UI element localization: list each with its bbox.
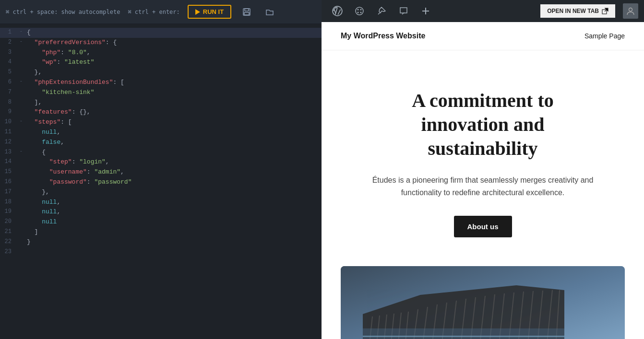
- line-number: 3: [0, 48, 17, 57]
- avatar[interactable]: [623, 3, 638, 19]
- code-line: 4 "wp": "latest": [0, 58, 322, 68]
- comment-button[interactable]: [394, 2, 414, 20]
- line-content: null,: [25, 207, 322, 217]
- pin-button[interactable]: [371, 2, 392, 20]
- code-line: 16 "password": "password": [0, 177, 322, 187]
- code-line: 8 ],: [0, 98, 322, 108]
- building-image: [341, 266, 625, 339]
- line-content: null: [25, 217, 322, 227]
- code-line: 9 "features": {},: [0, 107, 322, 117]
- line-number: 11: [0, 128, 17, 137]
- code-line: 17 },: [0, 187, 322, 198]
- code-line: 2- "preferredVersions": {: [0, 38, 322, 48]
- line-number: 12: [0, 138, 17, 147]
- editor-toolbar: ⌘ ctrl + space: show autocomplete ⌘ ctrl…: [0, 0, 322, 24]
- preview-panel: OPEN IN NEW TAB My WordPress Website Sam…: [322, 0, 644, 339]
- editor-panel: ⌘ ctrl + space: show autocomplete ⌘ ctrl…: [0, 0, 322, 339]
- run-hint: ⌘ ctrl + enter:: [128, 9, 179, 15]
- line-number: 14: [0, 157, 17, 166]
- svg-point-7: [358, 12, 359, 13]
- line-content: ],: [25, 98, 322, 108]
- open-new-tab-label: OPEN IN NEW TAB: [547, 8, 599, 14]
- line-content: null,: [25, 198, 322, 208]
- svg-point-8: [360, 12, 362, 13]
- line-number: 21: [0, 227, 17, 236]
- line-toggle[interactable]: -: [17, 78, 25, 85]
- line-content: null,: [25, 128, 322, 138]
- folder-icon: [265, 7, 274, 17]
- line-number: 7: [0, 88, 17, 97]
- code-line: 20 null: [0, 217, 322, 227]
- wp-preview-content: My WordPress Website Sample Page A commi…: [322, 22, 644, 339]
- line-number: 1: [0, 28, 17, 37]
- line-toggle[interactable]: -: [17, 148, 25, 155]
- line-number: 22: [0, 237, 17, 246]
- line-toggle[interactable]: -: [17, 28, 25, 35]
- svg-rect-1: [245, 9, 249, 11]
- line-number: 6: [0, 78, 17, 87]
- code-line: 15 "username": "admin",: [0, 167, 322, 177]
- line-content: {: [25, 148, 322, 158]
- add-icon: [420, 6, 431, 16]
- line-number: 23: [0, 247, 17, 257]
- line-content: "steps": [: [25, 117, 322, 128]
- palette-icon: [354, 6, 365, 16]
- line-content: "step": "login",: [25, 157, 322, 167]
- line-toggle[interactable]: -: [17, 117, 25, 125]
- line-number: 15: [0, 167, 17, 176]
- code-line: 22}: [0, 237, 322, 247]
- play-icon: [195, 9, 200, 15]
- wp-toolbar: OPEN IN NEW TAB: [322, 0, 644, 22]
- code-line: 19 null,: [0, 207, 322, 217]
- line-content: }: [25, 237, 322, 247]
- wp-logo-button[interactable]: [327, 2, 347, 20]
- line-number: 13: [0, 148, 17, 157]
- line-content: },: [25, 68, 322, 78]
- code-line: 13- {: [0, 148, 322, 158]
- building-svg: [341, 266, 625, 339]
- autocomplete-hint: ⌘ ctrl + space: show autocomplete: [6, 9, 120, 15]
- code-line: 3 "php": "8.0",: [0, 48, 322, 58]
- comment-icon: [398, 6, 409, 16]
- folder-button[interactable]: [262, 4, 277, 20]
- line-content: "preferredVersions": {: [25, 38, 322, 48]
- hero-title: A commitment to innovation and sustainab…: [370, 89, 596, 161]
- run-label: RUN IT: [203, 8, 224, 15]
- about-us-button[interactable]: About us: [454, 216, 512, 237]
- code-line: 14 "step": "login",: [0, 157, 322, 167]
- code-area[interactable]: 1-{2- "preferredVersions": {3 "php": "8.…: [0, 24, 322, 339]
- hero-subtitle: Études is a pioneering firm that seamles…: [370, 174, 596, 199]
- line-number: 8: [0, 98, 17, 107]
- line-content: "wp": "latest": [25, 58, 322, 68]
- line-content: },: [25, 187, 322, 198]
- line-content: "username": "admin",: [25, 167, 322, 177]
- line-content: ]: [25, 227, 322, 237]
- add-button[interactable]: [416, 2, 436, 20]
- save-button[interactable]: [239, 4, 254, 20]
- save-icon: [242, 7, 251, 17]
- site-nav: Sample Page: [584, 32, 625, 40]
- code-line: 21 ]: [0, 227, 322, 237]
- line-number: 16: [0, 177, 17, 187]
- nav-link-sample-page[interactable]: Sample Page: [584, 32, 625, 40]
- hero-section: A commitment to innovation and sustainab…: [322, 50, 644, 266]
- code-line: 18 null,: [0, 198, 322, 208]
- pin-icon: [376, 6, 387, 16]
- svg-point-5: [358, 9, 359, 11]
- palette-button[interactable]: [349, 2, 370, 20]
- line-content: false,: [25, 138, 322, 148]
- open-new-tab-button[interactable]: OPEN IN NEW TAB: [540, 4, 615, 18]
- line-number: 9: [0, 107, 17, 117]
- svg-rect-37: [363, 328, 564, 339]
- run-button[interactable]: RUN IT: [188, 5, 231, 19]
- site-header: My WordPress Website Sample Page: [322, 22, 644, 50]
- external-link-icon: [602, 8, 608, 14]
- line-number: 17: [0, 187, 17, 197]
- code-line: 11 null,: [0, 128, 322, 138]
- line-number: 18: [0, 198, 17, 207]
- line-toggle[interactable]: -: [17, 38, 25, 46]
- svg-rect-2: [244, 12, 249, 15]
- image-section: [322, 266, 644, 339]
- user-icon: [626, 7, 635, 15]
- code-line: 23: [0, 247, 322, 257]
